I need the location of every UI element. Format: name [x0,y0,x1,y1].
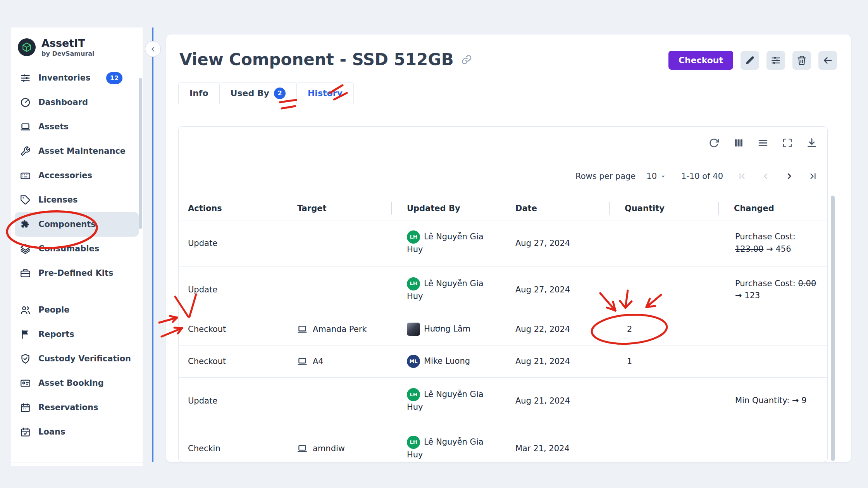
sidebar-item-inventories[interactable]: Inventories 12 [15,66,139,90]
menu-lines-icon [758,137,768,148]
table-scrollbar[interactable] [831,196,835,461]
updated-by-cell: LHLê Nguyễn Gia Huy [391,230,500,255]
user-name: Hương Lâm [424,324,470,333]
edit-button[interactable] [741,51,759,70]
sidebar-collapse-button[interactable] [145,41,161,57]
calendar-icon [20,402,31,413]
rows-per-page-select[interactable]: 10 [646,172,666,181]
sidebar-item-loans[interactable]: Loans [15,420,139,444]
delete-button[interactable] [792,51,811,70]
column-header-changed[interactable]: Changed [718,197,828,220]
download-button[interactable] [806,137,818,149]
sidebar-item-label: Assets [38,122,69,131]
trash-icon [797,55,807,65]
avatar: LH [407,436,420,449]
avatar-photo [407,323,420,336]
menu-section-gap [15,285,139,298]
tab-history[interactable]: History [296,82,354,104]
app-root: AssetIT by DevSamurai Inventories 12 Das… [0,0,868,488]
sidebar-item-custody-verification[interactable]: Custody Verification [15,347,139,371]
first-page-button[interactable] [736,170,748,182]
briefcase-icon [20,268,31,278]
sidebar-item-reservations[interactable]: Reservations [15,395,139,420]
action-cell: Checkin [179,444,282,453]
target-cell: A4 [282,356,391,366]
sidebar-item-people[interactable]: People [15,298,139,322]
tab-info[interactable]: Info [178,82,220,104]
chevron-right-icon [784,171,794,181]
flag-icon [20,329,31,340]
sidebar-item-label: Loans [38,427,65,436]
tag-icon [20,195,31,205]
prev-page-button[interactable] [760,170,772,182]
laptop-icon [297,443,307,454]
column-header-actions[interactable]: Actions [179,197,282,220]
sidebar-item-label: Reservations [38,403,98,412]
inventories-count-badge: 12 [106,72,122,84]
sidebar-item-components[interactable]: Components [15,212,139,237]
density-button[interactable] [757,137,769,149]
inventories-icon [20,73,31,83]
changed-cell: Purchase Cost:123.00 → 456 [718,231,827,255]
sidebar-item-label: Asset Booking [38,378,104,388]
avatar: ML [407,355,420,368]
updated-by-cell: LHLê Nguyễn Gia Huy [391,277,500,302]
table-toolbar [708,137,818,149]
table-row: Update LHLê Nguyễn Gia Huy Aug 27, 2024 … [179,266,827,313]
brand: AssetIT by DevSamurai [11,27,143,64]
rows-per-page-label: Rows per page [575,172,636,181]
sidebar-item-licenses[interactable]: Licenses [15,188,139,212]
updated-by-cell: Hương Lâm [391,323,500,336]
refresh-button[interactable] [708,137,720,149]
next-page-button[interactable] [784,170,795,182]
sidebar-item-dashboard[interactable]: Dashboard [15,90,139,115]
columns-button[interactable] [732,137,745,149]
sidebar-item-pre-defined-kits[interactable]: Pre-Defined Kits [15,261,139,285]
table-row: Checkout Amanda Perk Hương Lâm Aug 22, 2… [179,313,827,345]
tab-label: History [308,88,343,98]
panel-divider[interactable] [152,27,153,462]
sidebar-item-reports[interactable]: Reports [15,322,139,347]
column-header-quantity[interactable]: Quantity [609,197,718,220]
sidebar-item-label: Inventories [38,73,90,82]
back-button[interactable] [818,51,837,70]
sidebar-item-assets[interactable]: Assets [15,115,139,139]
sidebar-item-consumables[interactable]: Consumables [15,237,139,261]
sidebar-item-label: Accessories [38,171,92,180]
download-icon [806,137,817,148]
date-cell: Aug 21, 2024 [500,396,609,406]
copy-link-icon[interactable] [461,54,472,65]
tab-used-by[interactable]: Used By 2 [219,82,297,104]
sidebar-item-label: Components [38,220,96,229]
sidebar-item-label: People [38,305,70,314]
column-header-date[interactable]: Date [500,197,609,220]
updated-by-cell: MLMike Luong [391,355,500,368]
date-cell: Aug 21, 2024 [500,357,609,366]
rows-per-page-value: 10 [646,172,657,181]
date-cell: Mar 21, 2024 [500,444,609,453]
date-cell: Aug 22, 2024 [500,325,609,334]
column-header-updated-by[interactable]: Updated By [391,197,500,220]
refresh-icon [709,137,720,148]
last-page-button[interactable] [807,170,819,182]
avatar: LH [407,388,420,401]
sidebar-item-accessories[interactable]: Accessories [15,163,139,188]
checkout-button[interactable]: Checkout [668,51,733,70]
action-cell: Update [179,239,282,248]
sidebar-item-asset-booking[interactable]: Asset Booking [15,371,139,395]
sidebar-item-asset-maintenance[interactable]: Asset Maintenance [15,139,139,163]
arrow-left-icon [823,55,833,65]
sidebar: AssetIT by DevSamurai Inventories 12 Das… [11,27,143,466]
column-header-target[interactable]: Target [282,197,391,220]
brand-name: AssetIT [41,38,95,49]
fullscreen-button[interactable] [781,137,794,149]
people-icon [20,305,31,315]
action-cell: Checkout [179,357,282,366]
shield-check-icon [20,354,31,364]
main-panel: View Component - SSD 512GB Checkout [166,34,851,462]
settings-button[interactable] [766,51,785,70]
used-by-count-badge: 2 [274,88,286,99]
sidebar-scrollbar[interactable] [139,78,142,229]
pagination-range: 1-10 of 40 [681,172,723,181]
user-name: Mike Luong [424,356,470,366]
